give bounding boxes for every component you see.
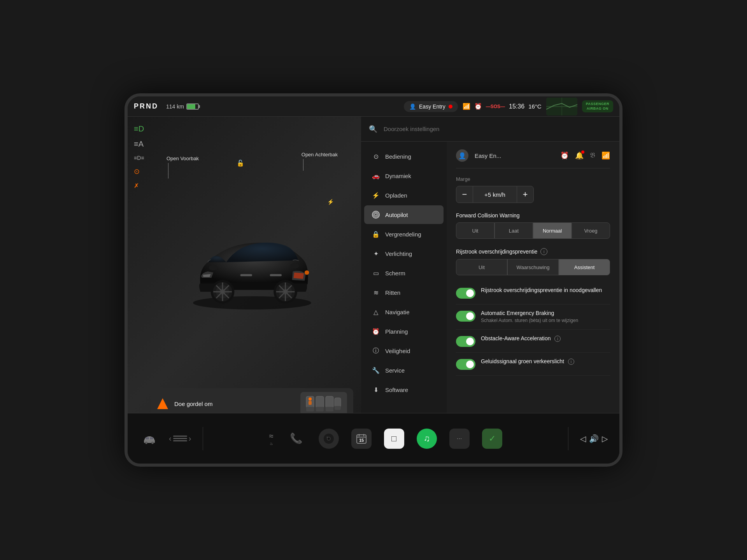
- svg-point-39: [375, 214, 377, 216]
- settings-panel: 🔍 ⊙ Bediening 🚗 Dynamiek ⚡ Opladen: [361, 117, 619, 464]
- rijstrook-uit-button[interactable]: Uit: [456, 259, 507, 275]
- autopilot-label: Autopilot: [385, 212, 408, 218]
- menu-item-ritten[interactable]: ≋ Ritten: [364, 283, 444, 302]
- volume-down-button[interactable]: ◁: [580, 434, 586, 443]
- toggle-aeb-text: Automatic Emergency Braking Schakel Auto…: [481, 310, 610, 324]
- next-arrow[interactable]: ›: [189, 434, 191, 443]
- fcw-title: Forward Collision Warning: [456, 212, 610, 219]
- open-achterbak-label[interactable]: Open Achterbak: [302, 152, 338, 171]
- menu-item-navigatie[interactable]: △ Navigatie: [364, 303, 444, 321]
- svg-point-42: [146, 442, 147, 443]
- menu-item-service[interactable]: 🔧 Service: [364, 361, 444, 380]
- svg-text:15: 15: [359, 438, 364, 443]
- verlichting-icon: ✦: [372, 250, 380, 257]
- rijstrook-info-icon[interactable]: i: [540, 248, 547, 255]
- wifi-profile-icon: 📶: [601, 151, 610, 160]
- svg-rect-31: [309, 401, 312, 405]
- planning-label: Planning: [385, 328, 408, 335]
- open-voorbak-label[interactable]: Open Voorbak: [167, 156, 199, 178]
- navigatie-label: Navigatie: [385, 309, 410, 315]
- menu-item-autopilot[interactable]: Autopilot: [364, 205, 444, 224]
- svg-rect-33: [316, 407, 324, 411]
- profile-avatar: 👤: [456, 149, 468, 162]
- battery-fill: [187, 104, 195, 109]
- camera-icon[interactable]: [319, 429, 339, 449]
- svg-rect-46: [150, 437, 153, 439]
- toggle-geluid: Geluidssignaal groen verkeerslicht i: [456, 353, 610, 376]
- toggle-aeb-switch[interactable]: [456, 311, 475, 322]
- wifi-icon: 📶: [463, 103, 470, 110]
- seatbelt-icon[interactable]: ✗: [134, 182, 144, 189]
- dynamiek-icon: 🚗: [372, 172, 380, 180]
- rijstrook-button-group: Uit Waarschuwing Assistent: [456, 259, 610, 275]
- profile-icon-set: ⏰ 🔔 𝔅 📶: [560, 151, 610, 160]
- marge-increase-button[interactable]: +: [517, 186, 534, 203]
- time-display: 15:36: [509, 103, 524, 110]
- fcw-button-group: Uit Laat Normaal Vroeg: [456, 222, 610, 239]
- more-icon[interactable]: ···: [449, 429, 470, 449]
- easy-entry-label: Easy Entry: [419, 103, 445, 110]
- svg-rect-23: [240, 274, 252, 276]
- menu-item-planning[interactable]: ⏰ Planning: [364, 322, 444, 341]
- spotify-icon[interactable]: ♫: [417, 429, 437, 449]
- settings-header: 🔍: [361, 117, 619, 142]
- menu-item-vergrendeling[interactable]: 🔒 Vergrendeling: [364, 225, 444, 243]
- airbag-badge: PASSENGERAIRBAG ON: [582, 100, 613, 112]
- menu-item-verlichting[interactable]: ✦ Verlichting: [364, 244, 444, 263]
- menu-item-veiligheid[interactable]: ⓘ Veiligheid: [364, 341, 444, 360]
- seat-thumbnail: [300, 392, 347, 415]
- driver-assist-icon[interactable]: ≡A: [134, 140, 144, 149]
- rijstrook-title: Rijstrook overschrijdingspreventie i: [456, 248, 610, 255]
- rijstrook-assistent-button[interactable]: Assistent: [559, 259, 610, 275]
- menu-item-software[interactable]: ⬇ Software: [364, 380, 444, 399]
- taskbar-left: ‹ ›: [128, 429, 203, 449]
- toggle-noodgeval-switch[interactable]: [456, 288, 475, 299]
- dynamiek-label: Dynamiek: [385, 173, 411, 179]
- charge-icon: ⚡: [327, 198, 334, 205]
- heat-icon[interactable]: ≈ ♨: [269, 432, 274, 446]
- marge-decrease-button[interactable]: −: [456, 186, 473, 203]
- menu-item-dynamiek[interactable]: 🚗 Dynamiek: [364, 166, 444, 185]
- toggle-aeb: Automatic Emergency Braking Schakel Auto…: [456, 304, 610, 330]
- edge-icon[interactable]: ≡D≡: [134, 155, 144, 161]
- menu-item-opladen[interactable]: ⚡ Opladen: [364, 186, 444, 205]
- svg-point-30: [309, 397, 312, 401]
- phone-icon[interactable]: 📞: [286, 429, 306, 449]
- geluid-info-icon[interactable]: i: [568, 359, 574, 365]
- menu-item-bediening[interactable]: ⊙ Bediening: [364, 147, 444, 166]
- svg-point-50: [326, 436, 328, 438]
- fcw-normaal-button[interactable]: Normaal: [533, 222, 572, 239]
- record-indicator: [449, 105, 452, 108]
- toggle-obstacle-text: Obstacle-Aware Acceleration i: [481, 335, 610, 343]
- white-box-icon[interactable]: □: [384, 429, 404, 449]
- search-input[interactable]: [384, 126, 612, 132]
- volume-up-button[interactable]: ▷: [602, 434, 608, 443]
- fcw-laat-button[interactable]: Laat: [494, 222, 533, 239]
- menu-item-scherm[interactable]: ▭ Scherm: [364, 264, 444, 282]
- tpms-icon[interactable]: ⊙: [134, 167, 144, 176]
- service-label: Service: [385, 367, 405, 374]
- marge-section: Marge − +5 km/h +: [456, 176, 610, 203]
- calendar-icon[interactable]: 15: [351, 429, 372, 449]
- autopilot-icon: [372, 211, 380, 219]
- obstacle-info-icon[interactable]: i: [554, 336, 561, 342]
- tesla-screen: PRND 114 km 👤 Easy Entry 📶 ⏰ —SOS— 15:36…: [124, 93, 622, 467]
- volume-speaker-icon: 🔊: [589, 434, 599, 443]
- battery-info: 114 km: [166, 103, 199, 110]
- fcw-uit-button[interactable]: Uit: [456, 222, 494, 239]
- headlights-icon[interactable]: ≡D: [134, 124, 144, 133]
- fcw-vroeg-button[interactable]: Vroeg: [572, 222, 610, 239]
- chat-icon[interactable]: [173, 436, 187, 441]
- toggle-geluid-switch[interactable]: [456, 359, 475, 370]
- car-icon[interactable]: [139, 429, 160, 449]
- mini-map[interactable]: [546, 98, 577, 116]
- easy-entry-button[interactable]: 👤 Easy Entry: [404, 101, 458, 112]
- toggle-obstacle-switch[interactable]: [456, 336, 475, 347]
- planning-icon: ⏰: [372, 327, 380, 335]
- check-icon[interactable]: ✓: [482, 429, 502, 449]
- prev-arrow[interactable]: ‹: [169, 434, 172, 443]
- toggle-noodgeval-text: Rijstrook overschrijdingspreventie in no…: [481, 287, 610, 294]
- rijstrook-waarschuwing-button[interactable]: Waarschuwing: [507, 259, 559, 275]
- vergrendeling-label: Vergrendeling: [385, 231, 421, 238]
- svg-rect-36: [335, 398, 341, 407]
